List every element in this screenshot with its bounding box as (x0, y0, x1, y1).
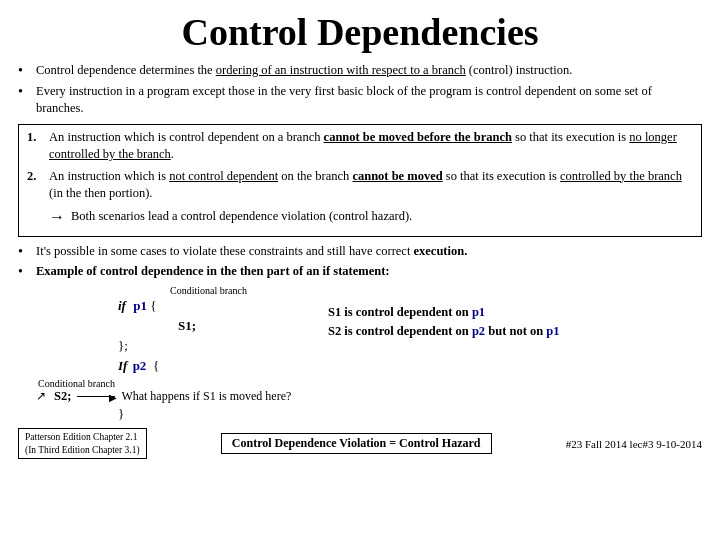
s2-desc-s2: S2 (328, 324, 341, 338)
lower-bullets: • It's possible in some cases to violate… (18, 243, 702, 281)
code-column: Conditional branch if p1 { S1; }; (18, 285, 298, 377)
arrow-line: ▶ (77, 396, 115, 397)
page: Control Dependencies • Control dependenc… (0, 0, 720, 540)
cond-branch-label: Conditional branch (170, 285, 247, 296)
s2-desc-p1: p1 (546, 324, 559, 338)
desc-column: S1 is control dependent on p1 S2 is cont… (298, 285, 702, 342)
example-text: Example of control dependence in the the… (36, 264, 390, 278)
controlled-by-branch: controlled by the branch (560, 169, 682, 183)
bullet-text-2: Every instruction in a program except th… (36, 83, 702, 118)
bullet-item-2: • Every instruction in a program except … (18, 83, 702, 118)
s2-desc-but: but not on (485, 324, 546, 338)
s2-desc-p2: p2 (472, 324, 485, 338)
num-2: 2. (27, 168, 49, 184)
arrow-symbol: → (49, 206, 65, 228)
textbook-ref: Patterson Edition Chapter 2.1 (In Third … (18, 428, 147, 459)
s1-desc-is: is control dependent on (341, 305, 472, 319)
bullets-section: • Control dependence determines the orde… (18, 62, 702, 118)
cannot-moved-before: cannot be moved before the branch (324, 130, 512, 144)
s2-code-row: ↗ S2; ▶ What happens if S1 is moved here… (36, 389, 291, 404)
s2-description: S2 is control dependent on p2 but not on… (328, 322, 702, 341)
bullet-text-1: Control dependence determines the orderi… (36, 62, 702, 80)
s2-code: S2; (54, 389, 71, 404)
close-brace-2: } (118, 406, 124, 421)
num-text-2: An instruction which is not control depe… (49, 168, 693, 228)
bullet-item-4: • Example of control dependence in the t… (18, 263, 702, 281)
control-dep-violation-box: Control Dependence Violation = Control H… (221, 433, 492, 454)
numbered-item-1: 1. An instruction which is control depen… (27, 129, 693, 164)
bullet-item-3: • It's possible in some cases to violate… (18, 243, 702, 261)
bullet3-text: It's possible in some cases to violate t… (36, 244, 414, 258)
open-brace-1: { (147, 296, 157, 316)
close-brace-1-line: }; (118, 336, 298, 356)
bottom-bar: Patterson Edition Chapter 2.1 (In Third … (18, 428, 702, 459)
numbered-item-2: 2. An instruction which is not control d… (27, 168, 693, 228)
if-keyword: if (118, 296, 126, 316)
s1-description: S1 is control dependent on p1 (328, 303, 702, 322)
bullet-dot-3: • (18, 243, 36, 260)
arrow-head: ▶ (109, 392, 117, 403)
p1-label: p1 (133, 296, 147, 316)
s2-desc-is: is control dependent on (341, 324, 472, 338)
p1-space (128, 296, 131, 316)
bullet-dot-4: • (18, 263, 36, 280)
bullet-dot-2: • (18, 83, 36, 100)
numbered-section: 1. An instruction which is control depen… (18, 124, 702, 237)
bullet-text-4: Example of control dependence in the the… (36, 263, 702, 281)
underline-ordering: ordering of an instruction with respect … (216, 63, 466, 77)
s1-line: S1; (178, 316, 298, 336)
cond-branch-2-col: Conditional branch ↗ S2; ▶ What happens … (36, 378, 291, 404)
s1-code: S1; (178, 316, 196, 336)
what-happens-text: What happens if S1 is moved here? (121, 389, 291, 404)
bullet3-bold: execution. (414, 244, 468, 258)
textbook-line1: Patterson Edition Chapter 2.1 (25, 431, 140, 443)
close-brace-2-line: } (118, 406, 702, 422)
cond-branch-2-label: Conditional branch (38, 378, 115, 389)
textbook-line2: (In Third Edition Chapter 3.1) (25, 444, 140, 456)
arrow-text: Both scenarios lead a control dependence… (71, 208, 412, 226)
cond-branch-arrow: ↗ (36, 389, 46, 404)
not-control-dependent: not control dependent (169, 169, 278, 183)
if-p2-keyword: If (118, 356, 127, 376)
s2-row: Conditional branch ↗ S2; ▶ What happens … (36, 378, 702, 404)
open-brace-2: { (146, 356, 159, 376)
bullet-text-3: It's possible in some cases to violate t… (36, 243, 702, 261)
cond-branch-row: Conditional branch (170, 285, 298, 296)
if-p1-line: if p1 { (118, 296, 298, 316)
s1-desc-s1: S1 (328, 305, 341, 319)
bullet-item-1: • Control dependence determines the orde… (18, 62, 702, 80)
num-text-1: An instruction which is control dependen… (49, 129, 693, 164)
page-number: #23 Fall 2014 lec#3 9-10-2014 (566, 438, 702, 450)
bullet-dot-1: • (18, 62, 36, 79)
p2-label: p2 (133, 356, 147, 376)
cannot-be-moved: cannot be moved (352, 169, 442, 183)
s1-desc-p1: p1 (472, 305, 485, 319)
code-desc-section: Conditional branch if p1 { S1; }; (18, 285, 702, 377)
if-p2-line: If p2 { (118, 356, 298, 376)
page-title: Control Dependencies (18, 10, 702, 54)
close-brace-1: }; (118, 336, 128, 356)
num-1: 1. (27, 129, 49, 145)
